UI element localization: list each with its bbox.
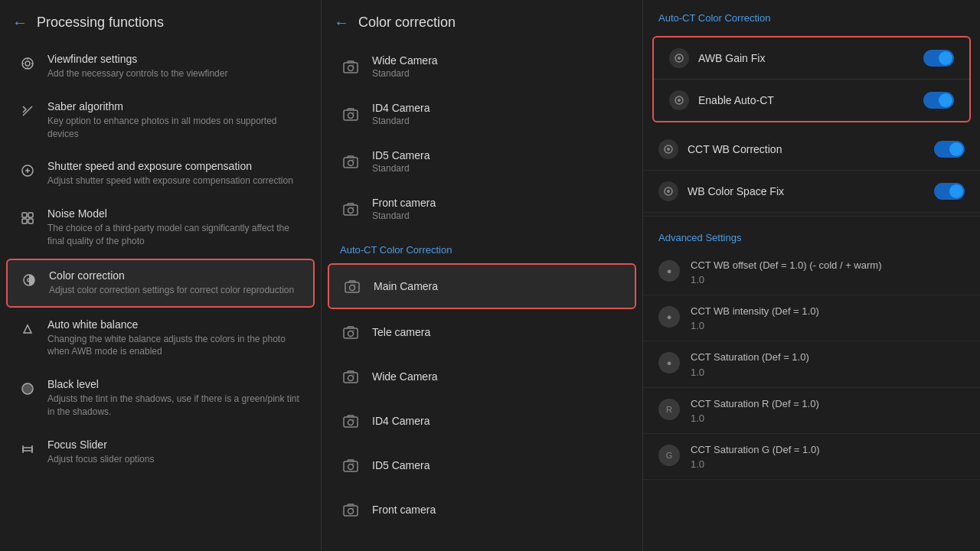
cct_saturation-label: CCT Saturation (Def = 1.0): [691, 350, 809, 364]
camera-item-id5b[interactable]: 5 ID5 Camera: [328, 444, 636, 487]
sidebar-item-saber[interactable]: Saber algorithm Key option to enhance ph…: [6, 91, 315, 150]
saber-title: Saber algorithm: [47, 100, 302, 112]
wb_color_space-label: WB Color Space Fix: [688, 185, 784, 197]
right-advanced-label: Advanced Settings: [643, 220, 980, 249]
other-toggle-list: CCT WB Correction WB Color Space Fix: [643, 129, 980, 213]
id5-icon: 5: [340, 151, 361, 172]
cct_saturation_g-value: 1.0: [691, 458, 819, 470]
focus-title: Focus Slider: [47, 439, 154, 451]
noise-title: Noise Model: [47, 207, 302, 220]
svg-rect-10: [28, 219, 33, 223]
auto-ct-box: AWB Gain Fix Enable Auto-CT: [652, 36, 971, 122]
id4b-text: ID4 Camera: [372, 415, 430, 427]
color-icon: [20, 271, 38, 289]
camera-item-tele[interactable]: 2 Tele camera: [328, 311, 636, 354]
cct_saturation_r-value: 1.0: [691, 412, 819, 424]
camera-item-front[interactable]: f Front camera Standard: [328, 186, 636, 232]
wide2-icon: 3: [340, 366, 361, 387]
svg-point-54: [667, 190, 670, 193]
front-icon: f: [340, 198, 361, 220]
svg-text:4: 4: [352, 111, 354, 116]
focus-desc: Adjust focus slider options: [47, 453, 154, 466]
left-panel-title: Processing functions: [37, 15, 164, 31]
cct_saturation_g-label: CCT Saturation G (Def = 1.0): [691, 443, 819, 457]
svg-text:5: 5: [352, 158, 354, 163]
viewfinder-text: Viewfinder settings Add the necessary co…: [47, 53, 227, 80]
frontb-text: Front camera: [372, 504, 436, 516]
camera-item-id4[interactable]: 4 ID4 Camera Standard: [328, 91, 636, 137]
advanced-row-cct_wb_intensity[interactable]: ● CCT WB intensity (Def = 1.0) 1.0: [643, 295, 980, 341]
noise-desc: The choice of a third-party model can si…: [47, 222, 302, 248]
sidebar-item-awb[interactable]: Auto white balance Changing the white ba…: [6, 309, 315, 368]
frontb-name: Front camera: [372, 504, 436, 516]
middle-back-button[interactable]: ←: [334, 14, 349, 31]
svg-rect-14: [23, 448, 32, 451]
color-title: Color correction: [49, 269, 294, 282]
noise-text: Noise Model The choice of a third-party …: [47, 207, 302, 248]
id5b-icon: 5: [340, 455, 361, 476]
enable_auto_ct-label: Enable Auto-CT: [698, 94, 774, 106]
wide-text: Wide Camera Standard: [372, 54, 438, 79]
front-name: Front camera: [372, 197, 436, 209]
id4b-name: ID4 Camera: [372, 415, 430, 427]
camera-item-frontb[interactable]: f Front camera: [328, 488, 636, 531]
saber-text: Saber algorithm Key option to enhance ph…: [47, 100, 302, 141]
sidebar-item-color[interactable]: Color correction Adjust color correction…: [6, 259, 315, 308]
cct_saturation_r-label: CCT Saturation R (Def = 1.0): [691, 397, 819, 411]
cct_saturation-value: 1.0: [691, 367, 809, 378]
advanced-row-cct_wb_offset[interactable]: ● CCT WB offset (Def = 1.0) (- cold / + …: [643, 249, 980, 295]
id5b-text: ID5 Camera: [372, 459, 430, 471]
svg-text:2: 2: [352, 329, 354, 334]
focus-icon: [18, 440, 37, 458]
id4-icon: 4: [340, 103, 361, 125]
noise-icon: [18, 209, 37, 227]
middle-section-label: Auto-CT Color Correction: [322, 233, 642, 262]
id4-name: ID4 Camera: [372, 102, 430, 114]
advanced-row-cct_saturation_g[interactable]: G CCT Saturation G (Def = 1.0) 1.0: [643, 434, 980, 480]
sidebar-item-black[interactable]: Black level Adjusts the tint in the shad…: [6, 369, 315, 428]
cct_wb_offset-icon: ●: [658, 260, 680, 282]
svg-rect-9: [22, 219, 27, 223]
wide-sub: Standard: [372, 68, 438, 79]
left-back-button[interactable]: ←: [12, 14, 28, 31]
sidebar-item-viewfinder[interactable]: Viewfinder settings Add the necessary co…: [6, 44, 315, 90]
svg-point-1: [25, 61, 30, 66]
front-text: Front camera Standard: [372, 197, 436, 221]
enable_auto_ct-left: Enable Auto-CT: [669, 90, 774, 110]
sidebar-item-shutter[interactable]: Shutter speed and exposure compensation …: [6, 151, 315, 197]
cct_wb-icon: [658, 139, 678, 159]
svg-text:5: 5: [352, 462, 354, 467]
sidebar-item-noise[interactable]: Noise Model The choice of a third-party …: [6, 198, 315, 257]
cct_wb_offset-text: CCT WB offset (Def = 1.0) (- cold / + wa…: [691, 259, 881, 285]
wb_color_space-toggle[interactable]: [934, 183, 965, 200]
viewfinder-title: Viewfinder settings: [47, 53, 227, 65]
advanced-row-cct_saturation[interactable]: ● CCT Saturation (Def = 1.0) 1.0: [643, 341, 980, 387]
enable_auto_ct-toggle[interactable]: [923, 92, 954, 109]
id4-sub: Standard: [372, 116, 430, 126]
camera-item-id4b[interactable]: 4 ID4 Camera: [328, 399, 636, 442]
shutter-title: Shutter speed and exposure compensation: [47, 160, 293, 172]
advanced-row-cct_saturation_r[interactable]: R CCT Saturation R (Def = 1.0) 1.0: [643, 388, 980, 434]
black-text: Black level Adjusts the tint in the shad…: [47, 378, 302, 419]
wb_color_space-icon: [658, 181, 678, 201]
main-name: Main Camera: [374, 280, 438, 292]
color-text: Color correction Adjust color correction…: [49, 269, 294, 297]
camera-item-wide2[interactable]: 3 Wide Camera: [328, 355, 636, 398]
left-menu-list: Viewfinder settings Add the necessary co…: [0, 44, 321, 475]
camera-item-wide[interactable]: 1 Wide Camera Standard: [328, 44, 636, 90]
camera-item-main[interactable]: 1 Main Camera: [328, 263, 636, 309]
camera-item-id5[interactable]: 5 ID5 Camera Standard: [328, 139, 636, 184]
tele-text: Tele camera: [372, 326, 430, 338]
cct_wb_offset-label: CCT WB offset (Def = 1.0) (- cold / + wa…: [691, 259, 881, 272]
right-auto-ct-label: Auto-CT Color Correction: [643, 0, 980, 30]
cct_saturation-icon: ●: [658, 352, 680, 373]
awb-title: Auto white balance: [47, 318, 302, 331]
right-divider: [643, 216, 980, 217]
sidebar-item-focus[interactable]: Focus Slider Adjust focus slider options: [6, 429, 315, 475]
front-sub: Standard: [372, 210, 436, 221]
cct_saturation_r-text: CCT Saturation R (Def = 1.0) 1.0: [691, 397, 819, 424]
wide-name: Wide Camera: [372, 54, 438, 67]
black-title: Black level: [47, 378, 302, 390]
cct_wb-toggle[interactable]: [934, 141, 965, 158]
awb_gain-toggle[interactable]: [923, 50, 954, 67]
